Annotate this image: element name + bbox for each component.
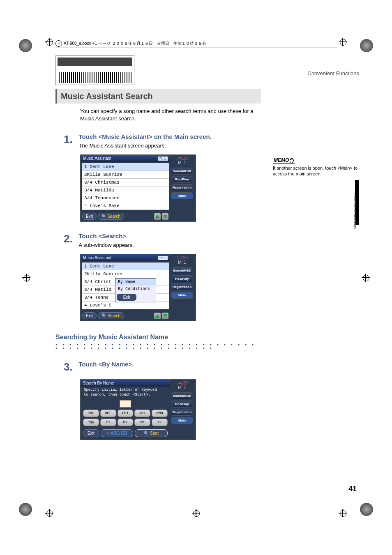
keyboard-illustration [55,55,134,85]
page-indicator: P: 1 [158,157,168,161]
step-number: 1. [64,133,77,146]
registration-button[interactable]: Registration [171,283,193,290]
by-name-option[interactable]: By Name [115,279,156,286]
screen-title: Music Assistant [83,256,111,260]
rec-play-button[interactable]: Rec/Play [171,176,193,183]
crop-mark [45,38,53,46]
screen-title: Search By Name [81,380,170,387]
crop-mark [22,274,30,282]
step-desc: A sub-window appears. [78,242,255,248]
up-button[interactable] [154,313,161,319]
popup-exit-button[interactable]: Exit [117,294,136,301]
memo-text: If another screen is open, touch <Main> … [273,165,359,177]
screen-title: Music Assistant [83,156,111,161]
crop-mark [362,274,370,282]
main-button[interactable]: Main [171,292,193,299]
vertical-chapter-label: Convenient Functions [353,193,357,229]
step-1: 1. Touch <Music Assistant> on the Main s… [64,133,261,149]
exit-button[interactable]: Exit [82,312,97,319]
keypad-mno[interactable]: MNO [152,410,168,417]
exit-button[interactable]: Exit [83,429,99,437]
memo-icon: MEMO [273,157,295,164]
print-marker [360,39,373,52]
keyword-input[interactable] [120,400,131,408]
instructions: Specify initial letter of keyword to sea… [81,387,170,398]
step-title: Touch <Search>. [78,233,255,240]
tempo-display: ♩=130M: 1 [170,155,194,166]
print-marker [19,503,32,516]
step-desc: The Music Assistant screen appears. [78,143,255,149]
sound-kbd-button[interactable]: Sound/KBD [171,168,193,175]
keypad-abc[interactable]: ABC [83,410,99,417]
sub-heading: Searching by Music Assistant Name [55,334,261,341]
rec-play-button[interactable]: Rec/Play [171,275,193,282]
abc-123-toggle[interactable]: ↻ ABC/123 [101,429,134,437]
registration-button[interactable]: Registration [171,184,193,191]
by-conditions-option[interactable]: By Conditions [115,286,156,292]
search-by-name-screen: Search By Name Specify initial letter of… [80,379,196,440]
print-marker [19,39,32,52]
music-assistant-popup-screen: Music Assistant P: 1 1 Cent Lane 2Killa … [80,254,196,321]
search-button[interactable]: 🔍 Search [98,213,124,220]
step-2: 2. Touch <Search>. A sub-window appears. [64,233,261,248]
main-button[interactable]: Main [171,417,193,424]
step-3: 3. Touch <By Name>. [64,361,261,373]
list-item[interactable]: 4 Love's Sake [82,202,169,210]
sound-kbd-button[interactable]: Sound/KBD [171,267,193,274]
keypad-st[interactable]: ST [100,419,116,426]
registration-button[interactable]: Registration [171,409,193,416]
down-button[interactable] [162,213,168,220]
keypad-jkl[interactable]: JKL [134,410,150,417]
song-list[interactable]: 1 Cent Lane 2Killa Sunrise 3/4 Christmas… [81,163,169,210]
list-item[interactable]: 4 Love's S [82,302,169,309]
exit-button[interactable]: Exit [82,213,97,220]
list-item[interactable]: 1 Cent Lane [82,263,169,270]
search-button[interactable]: 🔍 Search [98,312,124,319]
down-button[interactable] [162,313,168,319]
start-button[interactable]: 🔍 Start [135,429,168,437]
list-item[interactable]: 2Killa Sunrise [82,270,169,278]
list-item[interactable]: 3/4 Tennessee [82,194,169,202]
crop-mark [45,509,53,517]
tempo-display: ♩=130M: 1 [170,380,194,391]
print-marker [360,503,373,516]
page-number: 41 [348,485,357,493]
up-button[interactable] [154,213,161,220]
step-number: 2. [64,233,77,245]
list-item[interactable]: 2Killa Sunrise [82,171,169,179]
print-header: →AT-900_e.book 41 ページ ２００８年９月１６日 火曜日 午前１… [55,40,338,48]
keypad-def[interactable]: DEF [100,410,116,417]
crop-mark [192,509,200,517]
keypad-ghi[interactable]: GHI [118,410,134,417]
main-button[interactable]: Main [171,192,193,199]
search-popup: By Name By Conditions Exit [115,278,156,302]
list-item[interactable]: 3/4 Matilda [82,187,169,194]
crop-mark [339,509,347,517]
crop-mark [339,38,347,46]
step-title: Touch <Music Assistant> on the Main scre… [78,133,255,140]
list-item[interactable]: 3/4 Christmas [82,179,169,187]
page-indicator: P: 1 [158,256,168,260]
step-number: 3. [64,361,77,373]
intro-text: You can specify a song name and other se… [80,108,261,122]
dotted-rule: ● ● ● ● ● ● ● ● ● ● ● ● ● ● ● ● ● ● ● ● … [55,343,261,350]
chapter-title: Convenient Functions [273,70,359,79]
keypad-wx[interactable]: WX [134,419,150,426]
music-assistant-screen: Music Assistant P: 1 1 Cent Lane 2Killa … [80,154,196,222]
section-title: Music Assistant Search [55,89,261,104]
rec-play-button[interactable]: Rec/Play [171,401,193,408]
tempo-display: ♩=130M: 1 [170,254,194,266]
list-item[interactable]: 1 Cent Lane [82,163,169,171]
sound-kbd-button[interactable]: Sound/KBD [171,392,193,399]
step-title: Touch <By Name>. [78,361,255,368]
keypad-pqr[interactable]: PQR [83,419,99,426]
keypad-uv[interactable]: UV [118,419,134,426]
keypad-yz[interactable]: YZ [152,419,168,426]
